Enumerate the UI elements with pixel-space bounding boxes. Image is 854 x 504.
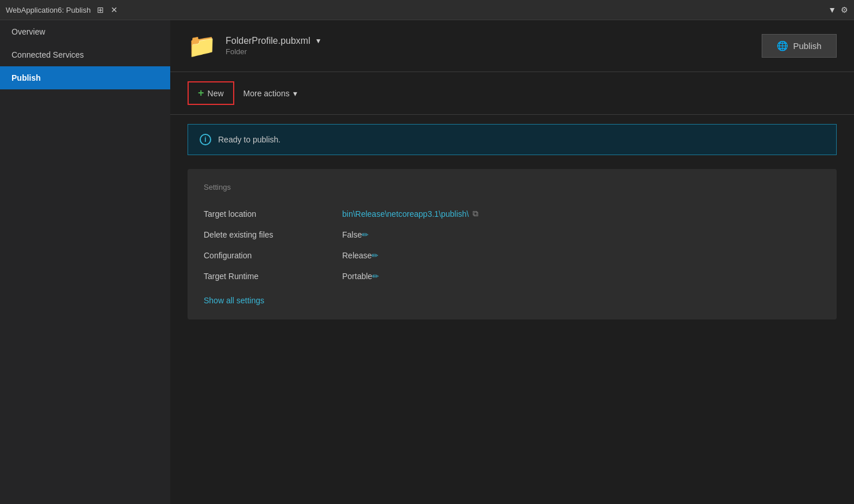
settings-row-delete-existing: Delete existing files False ✏ (204, 224, 821, 245)
folder-icon: 📁 (188, 32, 216, 59)
settings-icon[interactable]: ⚙ (841, 5, 848, 14)
new-button-label: New (208, 89, 224, 98)
settings-panel: Settings Target location bin\Release\net… (188, 169, 837, 319)
sidebar-item-connected-services[interactable]: Connected Services (0, 43, 170, 66)
profile-name: FolderProfile.pubxml (226, 36, 310, 46)
publish-button[interactable]: 🌐 Publish (762, 34, 837, 58)
more-actions-button[interactable]: More actions ▾ (237, 84, 304, 103)
settings-row-configuration: Configuration Release ✏ (204, 245, 821, 266)
target-location-label: Target location (204, 209, 342, 219)
profile-type: Folder (226, 47, 322, 56)
title-bar-title: WebApplication6: Publish (6, 6, 91, 14)
status-text: Ready to publish. (218, 135, 280, 144)
target-runtime-edit-icon[interactable]: ✏ (372, 272, 379, 281)
plus-icon: + (198, 87, 204, 99)
settings-row-target-location: Target location bin\Release\netcoreapp3.… (204, 203, 821, 224)
status-banner: i Ready to publish. (188, 124, 837, 155)
pin-button[interactable]: ⊞ (95, 5, 106, 15)
configuration-value: Release (342, 251, 372, 260)
profile-dropdown-arrow[interactable]: ▼ (315, 37, 322, 45)
more-actions-label: More actions (244, 89, 290, 98)
title-bar-left: WebApplication6: Publish ⊞ ✕ (6, 5, 119, 15)
target-runtime-label: Target Runtime (204, 272, 342, 281)
settings-row-target-runtime: Target Runtime Portable ✏ (204, 266, 821, 287)
publish-globe-icon: 🌐 (777, 40, 788, 51)
main-layout: Overview Connected Services Publish 📁 Fo… (0, 20, 854, 504)
sidebar-item-publish[interactable]: Publish (0, 66, 170, 89)
new-button[interactable]: + New (188, 81, 234, 105)
delete-existing-value: False (342, 230, 362, 239)
more-actions-arrow: ▾ (293, 89, 297, 98)
copy-icon[interactable]: ⧉ (473, 209, 478, 219)
profile-left: 📁 FolderProfile.pubxml ▼ Folder (188, 32, 322, 59)
content-area: 📁 FolderProfile.pubxml ▼ Folder 🌐 Publis… (170, 20, 854, 504)
settings-section-title: Settings (204, 183, 821, 191)
profile-header: 📁 FolderProfile.pubxml ▼ Folder 🌐 Publis… (170, 20, 854, 72)
toolbar: + New More actions ▾ (170, 72, 854, 115)
dropdown-icon[interactable]: ▼ (828, 5, 836, 14)
title-bar: WebApplication6: Publish ⊞ ✕ ▼ ⚙ (0, 0, 854, 20)
target-runtime-value: Portable (342, 272, 372, 281)
title-bar-right: ▼ ⚙ (828, 5, 848, 14)
delete-existing-edit-icon[interactable]: ✏ (362, 230, 369, 239)
target-location-value: bin\Release\netcoreapp3.1\publish\ (342, 209, 469, 219)
close-button[interactable]: ✕ (109, 5, 119, 15)
sidebar-item-overview[interactable]: Overview (0, 20, 170, 43)
sidebar: Overview Connected Services Publish (0, 20, 170, 504)
title-bar-controls: ⊞ ✕ (95, 5, 119, 15)
profile-name-row: FolderProfile.pubxml ▼ (226, 36, 322, 46)
info-icon: i (200, 134, 211, 145)
configuration-label: Configuration (204, 251, 342, 260)
delete-existing-label: Delete existing files (204, 230, 342, 239)
show-all-settings-link[interactable]: Show all settings (204, 296, 264, 305)
publish-button-label: Publish (793, 41, 821, 51)
configuration-edit-icon[interactable]: ✏ (372, 251, 379, 260)
profile-name-area: FolderProfile.pubxml ▼ Folder (226, 36, 322, 56)
